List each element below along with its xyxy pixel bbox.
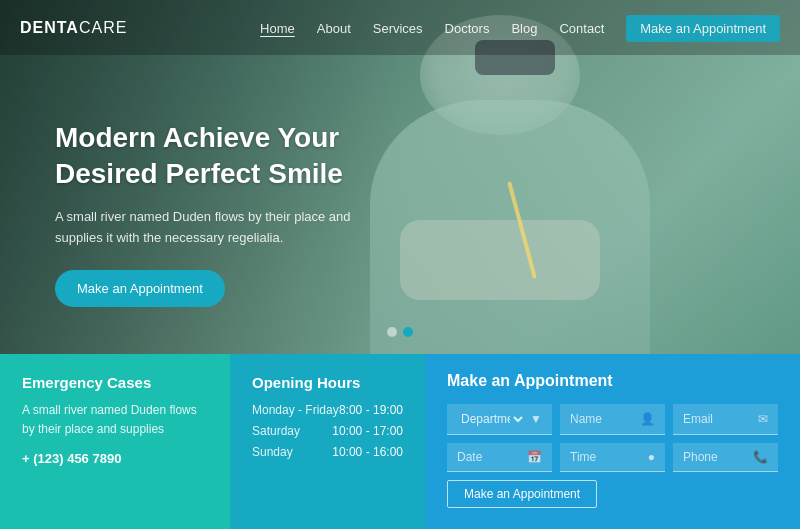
- date-input[interactable]: [457, 450, 523, 464]
- name-field[interactable]: 👤: [560, 404, 665, 435]
- emergency-phone: + (123) 456 7890: [22, 451, 208, 466]
- appt-submit-button[interactable]: Make an Appointment: [447, 480, 597, 508]
- nav-link-doctors[interactable]: Doctors: [445, 21, 490, 36]
- time-field[interactable]: ●: [560, 443, 665, 472]
- hours-row-3: Sunday 10:00 - 16:00: [252, 445, 403, 459]
- clock-icon: ●: [648, 450, 655, 464]
- nav-item-doctors[interactable]: Doctors: [445, 19, 490, 37]
- nav-link-about[interactable]: About: [317, 21, 351, 36]
- phone-icon: 📞: [753, 450, 768, 464]
- hours-time-1: 8:00 - 19:00: [339, 403, 403, 417]
- slider-dot-2[interactable]: [403, 327, 413, 337]
- nav-item-home[interactable]: Home: [260, 19, 295, 37]
- nav-item-services[interactable]: Services: [373, 19, 423, 37]
- hours-row-1: Monday - Friday 8:00 - 19:00: [252, 403, 403, 417]
- nav-item-contact[interactable]: Contact: [559, 19, 604, 37]
- envelope-icon: ✉: [758, 412, 768, 426]
- logo-part2: CARE: [79, 19, 127, 36]
- nav-link-blog[interactable]: Blog: [511, 21, 537, 36]
- hours-row-2: Saturday 10:00 - 17:00: [252, 424, 403, 438]
- navbar: DENTACARE Home About Services Doctors Bl…: [0, 0, 800, 55]
- hours-title: Opening Hours: [252, 374, 403, 391]
- nav-link-services[interactable]: Services: [373, 21, 423, 36]
- bottom-section: Emergency Cases A small river named Dude…: [0, 354, 800, 529]
- nav-link-appointment[interactable]: Make an Appointment: [626, 15, 780, 42]
- nav-link-contact[interactable]: Contact: [559, 21, 604, 36]
- hero-subtitle: A small river named Duden flows by their…: [55, 207, 365, 249]
- logo: DENTACARE: [20, 19, 127, 37]
- slider-dot-1[interactable]: [387, 327, 397, 337]
- nav-links: Home About Services Doctors Blog Contact…: [260, 19, 780, 37]
- phone-input[interactable]: [683, 450, 749, 464]
- hours-panel: Opening Hours Monday - Friday 8:00 - 19:…: [230, 354, 425, 529]
- hero-title: Modern Achieve Your Desired Perfect Smil…: [55, 120, 365, 193]
- nav-link-home[interactable]: Home: [260, 21, 295, 36]
- hours-time-2: 10:00 - 17:00: [332, 424, 403, 438]
- emergency-title: Emergency Cases: [22, 374, 208, 391]
- phone-field[interactable]: 📞: [673, 443, 778, 472]
- emergency-panel: Emergency Cases A small river named Dude…: [0, 354, 230, 529]
- date-field[interactable]: 📅: [447, 443, 552, 472]
- hours-time-3: 10:00 - 16:00: [332, 445, 403, 459]
- name-input[interactable]: [570, 412, 636, 426]
- hours-day-2: Saturday: [252, 424, 300, 438]
- hours-day-1: Monday - Friday: [252, 403, 339, 417]
- user-icon: 👤: [640, 412, 655, 426]
- calendar-icon: 📅: [527, 450, 542, 464]
- appt-title: Make an Appointment: [447, 372, 778, 390]
- email-field[interactable]: ✉: [673, 404, 778, 435]
- email-input[interactable]: [683, 412, 754, 426]
- department-field[interactable]: Department General Dentistry Orthodontic…: [447, 404, 552, 435]
- hours-day-3: Sunday: [252, 445, 293, 459]
- time-input[interactable]: [570, 450, 644, 464]
- chevron-icon: ▼: [530, 412, 542, 426]
- slider-dots: [387, 327, 413, 337]
- appt-row-1: Department General Dentistry Orthodontic…: [447, 404, 778, 435]
- hero-cta-button[interactable]: Make an Appointment: [55, 270, 225, 307]
- appt-row-2: 📅 ● 📞: [447, 443, 778, 472]
- appointment-panel: Make an Appointment Department General D…: [425, 354, 800, 529]
- nav-item-blog[interactable]: Blog: [511, 19, 537, 37]
- nav-item-about[interactable]: About: [317, 19, 351, 37]
- emergency-text: A small river named Duden flows by their…: [22, 401, 208, 439]
- department-select[interactable]: Department General Dentistry Orthodontic…: [457, 411, 526, 427]
- logo-part1: DENTA: [20, 19, 79, 36]
- hero-content: Modern Achieve Your Desired Perfect Smil…: [55, 120, 365, 307]
- nav-item-appt[interactable]: Make an Appointment: [626, 19, 780, 37]
